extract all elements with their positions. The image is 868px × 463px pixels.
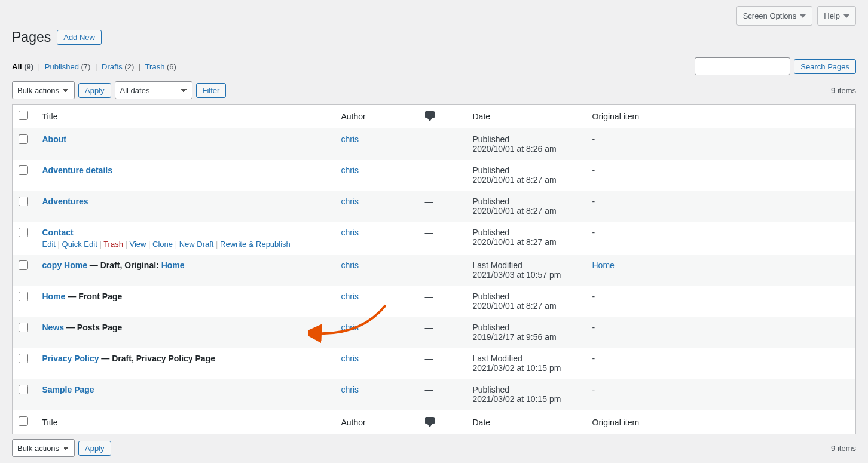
row-checkbox[interactable] — [19, 165, 28, 175]
page-title: Pages — [12, 29, 51, 45]
row-status: Published — [473, 197, 580, 206]
caret-down-icon — [843, 14, 849, 18]
search-button[interactable]: Search Pages — [794, 59, 856, 74]
col-footer-title[interactable]: Title — [36, 410, 335, 434]
row-timestamp: 2020/10/01 at 8:27 am — [473, 301, 580, 311]
row-status: Published — [473, 228, 580, 237]
page-title-link[interactable]: Home — [42, 292, 66, 301]
page-title-link[interactable]: About — [42, 134, 66, 144]
original-inline-link[interactable]: Home — [161, 260, 185, 270]
table-row: Aboutchris—Published2020/10/01 at 8:26 a… — [13, 128, 856, 160]
col-footer-original: Original item — [586, 410, 856, 434]
col-header-date[interactable]: Date — [467, 105, 586, 128]
author-link[interactable]: chris — [341, 292, 359, 301]
row-status: Published — [473, 323, 580, 332]
table-row: copy Home — Draft, Original: Homechris—L… — [13, 255, 856, 286]
apply-button-bottom[interactable]: Apply — [78, 441, 111, 456]
tab-trash[interactable]: Trash (6) — [145, 62, 176, 71]
table-row: Home — Front Pagechris—Published2020/10/… — [13, 286, 856, 317]
author-link[interactable]: chris — [341, 134, 359, 144]
action-new-draft[interactable]: New Draft — [179, 240, 214, 249]
comments-cell: — — [419, 286, 467, 317]
action-clone[interactable]: Clone — [152, 240, 173, 249]
tab-published[interactable]: Published (7) — [45, 62, 93, 71]
row-timestamp: 2021/03/02 at 10:15 pm — [473, 363, 580, 373]
row-actions: Edit | Quick Edit | Trash | View | Clone… — [42, 240, 329, 249]
comment-icon — [425, 111, 435, 119]
original-item-cell: - — [586, 317, 856, 348]
author-link[interactable]: chris — [341, 385, 359, 394]
action-edit[interactable]: Edit — [42, 240, 56, 249]
original-item-cell: - — [586, 191, 856, 222]
author-link[interactable]: chris — [341, 260, 359, 270]
comments-cell: — — [419, 379, 467, 410]
tab-drafts[interactable]: Drafts (2) — [102, 62, 136, 71]
row-checkbox[interactable] — [19, 385, 28, 394]
tab-all[interactable]: All (9) — [12, 62, 36, 71]
original-item-cell: - — [586, 379, 856, 410]
row-checkbox[interactable] — [19, 323, 28, 332]
filter-button[interactable]: Filter — [196, 83, 227, 98]
col-footer-date[interactable]: Date — [467, 410, 586, 434]
row-timestamp: 2021/03/02 at 10:15 pm — [473, 394, 580, 404]
page-title-link[interactable]: Contact — [42, 228, 74, 237]
select-all-checkbox[interactable] — [19, 111, 28, 120]
comments-cell: — — [419, 191, 467, 222]
page-title-link[interactable]: News — [42, 323, 65, 332]
action-rewrite-republish[interactable]: Rewrite & Republish — [220, 240, 291, 249]
apply-button[interactable]: Apply — [78, 83, 111, 98]
select-all-checkbox-footer[interactable] — [19, 416, 28, 426]
row-timestamp: 2020/10/01 at 8:27 am — [473, 175, 580, 185]
col-footer-author: Author — [335, 410, 419, 434]
action-quick-edit[interactable]: Quick Edit — [62, 240, 97, 249]
author-link[interactable]: chris — [341, 323, 359, 332]
action-view[interactable]: View — [130, 240, 146, 249]
row-checkbox[interactable] — [19, 292, 28, 301]
col-footer-comments[interactable] — [419, 410, 467, 434]
author-link[interactable]: chris — [341, 228, 359, 237]
author-link[interactable]: chris — [341, 354, 359, 363]
screen-options-label: Screen Options — [743, 9, 797, 23]
page-title-link[interactable]: Privacy Policy — [42, 354, 99, 363]
caret-down-icon — [800, 14, 806, 18]
page-title-link[interactable]: copy Home — [42, 260, 87, 270]
original-item-cell: - — [586, 348, 856, 379]
table-row: Privacy Policy — Draft, Privacy Policy P… — [13, 348, 856, 379]
bulk-actions-select[interactable]: Bulk actions — [12, 81, 75, 99]
page-title-link[interactable]: Adventures — [42, 197, 88, 206]
add-new-button[interactable]: Add New — [57, 30, 102, 45]
row-checkbox[interactable] — [19, 354, 28, 363]
date-filter-select[interactable]: All dates — [115, 81, 192, 99]
comment-icon — [425, 417, 435, 425]
author-link[interactable]: chris — [341, 165, 359, 175]
pages-table: Title Author Date Original item Aboutchr… — [12, 104, 856, 434]
col-header-original: Original item — [586, 105, 856, 128]
row-checkbox[interactable] — [19, 197, 28, 206]
row-status: Last Modified — [473, 354, 580, 363]
help-label: Help — [824, 9, 840, 23]
help-button[interactable]: Help — [817, 6, 856, 26]
author-link[interactable]: chris — [341, 197, 359, 206]
screen-options-button[interactable]: Screen Options — [736, 6, 813, 26]
items-count-bottom: 9 items — [831, 444, 856, 453]
action-trash[interactable]: Trash — [103, 240, 123, 249]
original-item-cell: - — [586, 160, 856, 191]
col-header-title[interactable]: Title — [36, 105, 335, 128]
search-input[interactable] — [695, 57, 790, 75]
bulk-actions-select-bottom[interactable]: Bulk actions — [12, 439, 75, 457]
page-state-suffix: — Draft, Original: — [87, 260, 161, 270]
original-item-link[interactable]: Home — [592, 260, 615, 270]
row-timestamp: 2020/10/01 at 8:26 am — [473, 144, 580, 154]
row-status: Published — [473, 385, 580, 394]
col-header-comments[interactable] — [419, 105, 467, 128]
page-title-link[interactable]: Sample Page — [42, 385, 94, 394]
table-row: Adventureschris—Published2020/10/01 at 8… — [13, 191, 856, 222]
row-status: Published — [473, 292, 580, 301]
row-checkbox[interactable] — [19, 134, 28, 144]
row-checkbox[interactable] — [19, 260, 28, 270]
row-timestamp: 2021/03/03 at 10:57 pm — [473, 270, 580, 280]
page-title-link[interactable]: Adventure details — [42, 165, 112, 175]
table-row: Sample Pagechris—Published2021/03/02 at … — [13, 379, 856, 410]
row-checkbox[interactable] — [19, 228, 28, 237]
row-timestamp: 2019/12/17 at 9:56 am — [473, 332, 580, 342]
